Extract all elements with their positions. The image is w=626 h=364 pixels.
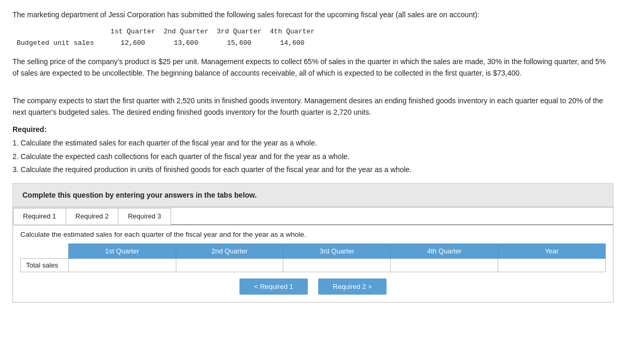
intro-paragraph2: The selling price of the company's produ…	[13, 56, 613, 79]
col-header-q4: 4th Quarter	[391, 244, 498, 259]
nav-buttons: < Required 1 Required 2 >	[20, 278, 606, 295]
budget-header-q2: 2nd Quarter	[160, 26, 213, 38]
col-header-year: Year	[498, 244, 606, 259]
required-item-2: 2. Calculate the expected cash collectio…	[13, 151, 613, 163]
tab-required2-label: Required 2	[76, 212, 109, 220]
budgeted-unit-sales-label: Budgeted unit sales	[13, 38, 106, 49]
input-q2[interactable]	[176, 259, 283, 272]
tab-required1-label: Required 1	[23, 212, 56, 220]
intro-paragraph1: The marketing department of Jessi Corpor…	[13, 9, 613, 21]
complete-box: Complete this question by entering your …	[13, 183, 613, 207]
input-q3[interactable]	[283, 259, 391, 272]
total-sales-year-input[interactable]	[500, 260, 603, 270]
table-row-total-sales: Total sales	[21, 259, 606, 272]
tab-required1[interactable]: Required 1	[13, 208, 66, 225]
budget-table: 1st Quarter 2nd Quarter 3rd Quarter 4th …	[13, 26, 319, 49]
row-label-total-sales: Total sales	[21, 259, 69, 272]
total-sales-q1-input[interactable]	[71, 260, 174, 270]
next-button[interactable]: Required 2 >	[318, 278, 387, 295]
tabs-container: Required 1 Required 2 Required 3 Calcula…	[13, 207, 613, 302]
prev-button[interactable]: < Required 1	[239, 278, 308, 295]
input-q4[interactable]	[391, 259, 498, 272]
sales-table: 1st Quarter 2nd Quarter 3rd Quarter 4th …	[20, 244, 606, 272]
tab-required2[interactable]: Required 2	[66, 208, 119, 225]
total-sales-q4-input[interactable]	[393, 260, 496, 270]
budget-table-empty	[13, 26, 106, 38]
required-item-3: 3. Calculate the required production in …	[13, 164, 613, 176]
required-item-1: 1. Calculate the estimated sales for eac…	[13, 138, 613, 149]
budgeted-q3-value: 15,600	[212, 38, 266, 49]
tabs-row: Required 1 Required 2 Required 3	[13, 208, 613, 225]
intro-section: The marketing department of Jessi Corpor…	[13, 9, 613, 118]
tab-content-req1: Calculate the estimated sales for each q…	[13, 225, 613, 302]
total-sales-q2-input[interactable]	[178, 260, 281, 270]
intro-paragraph3: The company expects to start the first q…	[13, 95, 613, 118]
col-header-q3: 3rd Quarter	[283, 244, 391, 259]
required-section: Required: 1. Calculate the estimated sal…	[13, 124, 613, 176]
budget-header-q1: 1st Quarter	[106, 26, 160, 38]
budgeted-q1-value: 12,600	[106, 38, 160, 49]
budgeted-q2-value: 13,600	[160, 38, 213, 49]
col-header-q2: 2nd Quarter	[176, 244, 283, 259]
input-year[interactable]	[498, 259, 606, 272]
col-header-q1: 1st Quarter	[68, 244, 176, 259]
tab-required3[interactable]: Required 3	[118, 208, 171, 225]
tab-description: Calculate the estimated sales for each q…	[20, 230, 606, 238]
tab-required3-label: Required 3	[128, 212, 161, 220]
total-sales-q3-input[interactable]	[285, 260, 388, 270]
budgeted-q4-value: 14,600	[266, 38, 319, 49]
required-header: Required:	[13, 125, 46, 134]
budget-header-q4: 4th Quarter	[266, 26, 319, 38]
complete-box-text: Complete this question by entering your …	[22, 191, 257, 199]
budget-header-q3: 3rd Quarter	[212, 26, 266, 38]
input-q1[interactable]	[68, 259, 176, 272]
col-header-label	[21, 244, 69, 259]
